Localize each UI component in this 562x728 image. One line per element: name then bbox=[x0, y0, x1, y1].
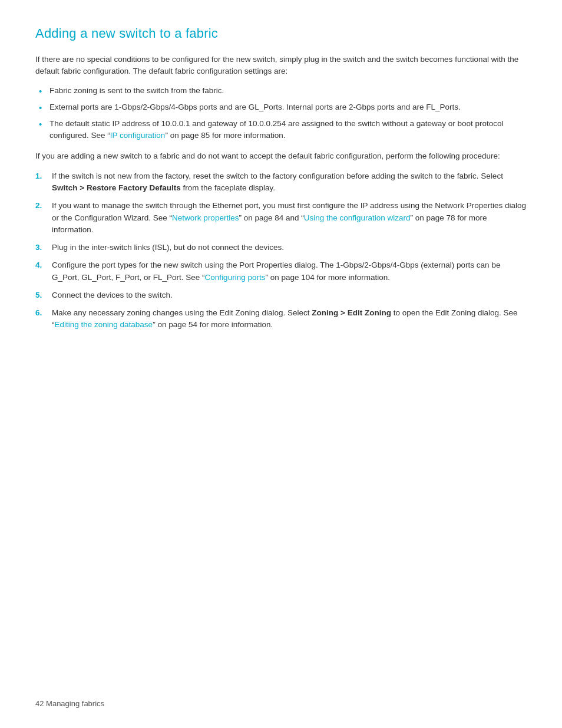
configuring-ports-link[interactable]: Configuring ports bbox=[205, 273, 266, 282]
bullet-text-1: Fabric zoning is sent to the switch from… bbox=[49, 86, 224, 95]
step-1-text: If the switch is not new from the factor… bbox=[52, 172, 503, 180]
step-5: Connect the devices to the switch. bbox=[35, 289, 527, 301]
bullet-text-3-after: ” on page 85 for more information. bbox=[165, 131, 285, 140]
step-2: If you want to manage the switch through… bbox=[35, 200, 527, 236]
bullet-item-3: The default static IP address of 10.0.0.… bbox=[35, 118, 527, 142]
step-2-text-mid: ” on page 84 and “ bbox=[239, 213, 303, 222]
step-3-text: Plug in the inter-switch links (ISL), bu… bbox=[52, 243, 284, 252]
steps-list: If the switch is not new from the factor… bbox=[35, 170, 527, 331]
network-properties-link[interactable]: Network properties bbox=[172, 213, 239, 222]
step-6-text-before: Make any necessary zoning changes using … bbox=[52, 308, 312, 317]
page-title: Adding a new switch to a fabric bbox=[35, 24, 527, 43]
mid-paragraph: If you are adding a new switch to a fabr… bbox=[35, 150, 527, 162]
step-1-bold: Switch > Restore Factory Defaults bbox=[52, 183, 181, 192]
step-6-bold: Zoning > Edit Zoning bbox=[312, 308, 391, 317]
bullet-item-2: External ports are 1-Gbps/2-Gbps/4-Gbps … bbox=[35, 101, 527, 113]
intro-paragraph: If there are no special conditions to be… bbox=[35, 54, 527, 78]
step-6-text-after: ” on page 54 for more information. bbox=[153, 320, 273, 329]
step-5-text: Connect the devices to the switch. bbox=[52, 291, 173, 299]
step-3: Plug in the inter-switch links (ISL), bu… bbox=[35, 242, 527, 253]
footer-text: 42 Managing fabrics bbox=[35, 699, 104, 708]
edit-zoning-link[interactable]: Editing the zoning database bbox=[55, 320, 153, 329]
page-container: Adding a new switch to a fabric If there… bbox=[0, 0, 562, 728]
step-1-after: from the faceplate display. bbox=[181, 183, 275, 192]
bullet-text-2: External ports are 1-Gbps/2-Gbps/4-Gbps … bbox=[49, 103, 461, 111]
step-4: Configure the port types for the new swi… bbox=[35, 259, 527, 284]
configuration-wizard-link[interactable]: Using the configuration wizard bbox=[304, 213, 411, 222]
page-footer: 42 Managing fabrics bbox=[35, 698, 104, 710]
bullet-list: Fabric zoning is sent to the switch from… bbox=[35, 85, 527, 142]
step-4-text-after: ” on page 104 for more information. bbox=[265, 273, 390, 282]
step-1: If the switch is not new from the factor… bbox=[35, 170, 527, 195]
step-6: Make any necessary zoning changes using … bbox=[35, 307, 527, 331]
ip-configuration-link[interactable]: IP configuration bbox=[110, 131, 166, 140]
bullet-item-1: Fabric zoning is sent to the switch from… bbox=[35, 85, 527, 97]
